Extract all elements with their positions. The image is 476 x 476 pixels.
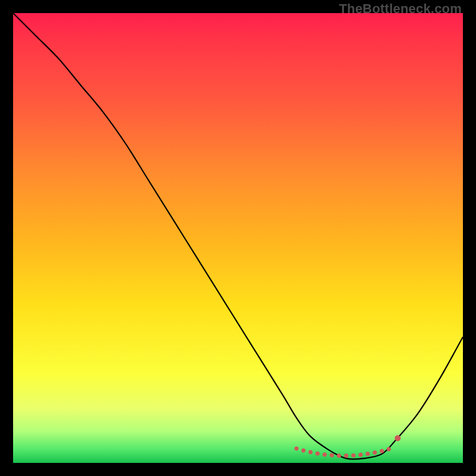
- curve-layer: [13, 13, 463, 463]
- chart-frame: TheBottleneck.com: [0, 0, 476, 476]
- optimal-range-end-dot: [394, 435, 400, 441]
- bottleneck-curve: [13, 13, 463, 459]
- optimal-range-dots: [296, 449, 391, 456]
